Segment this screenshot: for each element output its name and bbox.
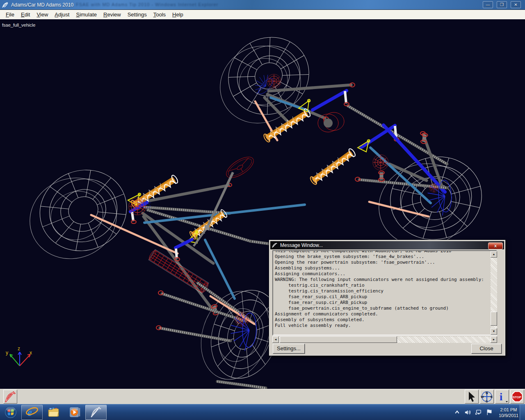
menu-review[interactable]: Review — [100, 11, 124, 18]
settings-button[interactable]: Settings... — [273, 344, 305, 354]
stop-button[interactable]: STOP — [510, 390, 524, 404]
taskbar-internet-explorer[interactable]: e — [21, 405, 43, 420]
svg-text:E: E — [491, 395, 493, 399]
taskbar: e — [0, 404, 525, 420]
clock[interactable]: 2:01 PM 10/9/2011 — [499, 407, 518, 418]
log-line: fsae_rear_susp.cir_ARB_pickup — [275, 300, 495, 306]
svg-text:STOP: STOP — [513, 395, 521, 399]
menu-adjust[interactable]: Adjust — [51, 11, 73, 18]
horizontal-scrollbar[interactable]: ◄ ► — [272, 336, 497, 343]
message-window-title: Message Window... — [280, 242, 323, 248]
volume-icon[interactable] — [464, 409, 471, 416]
vertical-scroll-thumb[interactable] — [491, 312, 497, 326]
status-toolbar: N S E W i STOP — [0, 389, 525, 404]
message-window-titlebar[interactable]: Message Window... — [270, 241, 504, 249]
stop-sign-icon: STOP — [511, 390, 523, 403]
taskbar-adams-car[interactable] — [85, 405, 107, 420]
coordinate-triad: y z x — [6, 346, 32, 366]
menu-file[interactable]: File — [2, 11, 18, 18]
menu-settings[interactable]: Settings — [124, 11, 150, 18]
scroll-up-button[interactable]: ▲ — [491, 251, 497, 258]
rear-left-suspension — [251, 71, 447, 192]
adams-app-icon — [2, 2, 9, 8]
tray-time: 2:01 PM — [499, 407, 518, 413]
message-window-close-button[interactable]: x — [488, 242, 503, 249]
triad-z-label: z — [18, 346, 20, 352]
taskbar-media-player[interactable] — [64, 405, 85, 420]
menu-bar: File Edit View Adjust Simulate Review Se… — [0, 10, 525, 20]
system-tray: 2:01 PM 10/9/2011 — [454, 404, 518, 420]
close-button[interactable]: ✕ — [511, 1, 521, 8]
view-orient-button[interactable]: N S E W — [480, 390, 494, 404]
log-line: Assembly of subsystems completed. — [275, 317, 495, 323]
action-center-flag-icon[interactable] — [486, 409, 493, 416]
adams-taskbar-icon — [89, 405, 103, 419]
minimize-button[interactable]: — — [483, 1, 493, 8]
background-window-title: FSAE with MD Adams Tip 2010 - Windows In… — [76, 2, 269, 7]
show-desktop-button[interactable] — [520, 404, 525, 420]
log-line: WARNING: The following input communicato… — [275, 277, 495, 283]
message-window[interactable]: Message Window... x This template is not… — [269, 240, 506, 356]
log-line: This template is not compatible with Ada… — [275, 250, 495, 254]
app-titlebar[interactable]: Adams/Car MD Adams 2010 FSAE with MD Ada… — [0, 0, 525, 10]
menu-simulate[interactable]: Simulate — [73, 11, 100, 18]
log-line: Assembling subsystems... — [275, 265, 495, 271]
adams-logo-button[interactable] — [3, 390, 17, 404]
scroll-right-button[interactable]: ► — [491, 336, 497, 343]
triad-x-label: x — [30, 350, 32, 356]
adams-logo-icon — [4, 390, 16, 403]
info-button[interactable]: i — [495, 390, 509, 404]
taskbar-windows-explorer[interactable] — [43, 405, 64, 420]
svg-text:W: W — [481, 395, 484, 399]
front-right-suspension — [156, 283, 266, 388]
svg-text:i: i — [500, 391, 502, 403]
svg-text:S: S — [486, 399, 488, 403]
tray-date: 10/9/2011 — [499, 413, 518, 418]
horizontal-scroll-thumb[interactable] — [280, 336, 397, 343]
window-title: Adams/Car MD Adams 2010 — [11, 2, 73, 8]
menu-tools[interactable]: Tools — [150, 11, 169, 18]
compass-icon: N S E W — [481, 390, 493, 403]
start-button[interactable] — [0, 405, 21, 420]
adams-car-window: Adams/Car MD Adams 2010 FSAE with MD Ada… — [0, 0, 525, 420]
media-player-icon — [68, 405, 82, 419]
menu-help[interactable]: Help — [169, 11, 187, 18]
windows-start-icon — [4, 405, 18, 419]
vertical-scrollbar[interactable]: ▲ ▼ — [491, 251, 497, 335]
menu-edit[interactable]: Edit — [18, 11, 33, 18]
assembly-name-label: fsae_full_vehicle — [2, 23, 35, 27]
log-line: Opening the rear powertrain subsystem: '… — [275, 260, 495, 265]
menu-view[interactable]: View — [33, 11, 51, 18]
svg-text:N: N — [486, 391, 488, 395]
log-line: Opening the brake_system subsystem: 'fsa… — [275, 254, 495, 260]
info-icon: i — [496, 390, 508, 403]
log-line: testrig.cis_transmission_efficiency — [275, 288, 495, 294]
show-hidden-icons-button[interactable] — [454, 409, 461, 416]
log-line: testrig.cis_crankshaft_ratio — [275, 283, 495, 288]
scroll-down-button[interactable]: ▼ — [491, 328, 497, 335]
message-window-icon — [272, 242, 278, 248]
log-line: Assignment of communicators completed. — [275, 311, 495, 317]
close-message-button[interactable]: Close — [471, 344, 502, 354]
wheel-rear-left — [204, 23, 325, 138]
scroll-left-button[interactable]: ◄ — [272, 336, 279, 343]
wheel-front-left — [16, 157, 140, 272]
folder-icon — [46, 405, 60, 419]
triad-y-label: y — [6, 350, 8, 356]
log-line: fsae_powertrain.cis_engine_to_subframe (… — [275, 306, 495, 311]
select-tool-button[interactable] — [465, 390, 479, 404]
cursor-arrow-icon — [466, 390, 478, 403]
log-line: Full vehicle assembly ready. — [275, 323, 495, 329]
log-line: Assigning communicators... — [275, 271, 495, 277]
log-line: fsae_rear_susp.cil_ARB_pickup — [275, 294, 495, 300]
internet-explorer-icon: e — [25, 405, 39, 419]
network-icon[interactable] — [475, 409, 482, 416]
maximize-button[interactable]: ❐ — [497, 1, 507, 8]
message-log[interactable]: This template is not compatible with Ada… — [272, 250, 497, 336]
